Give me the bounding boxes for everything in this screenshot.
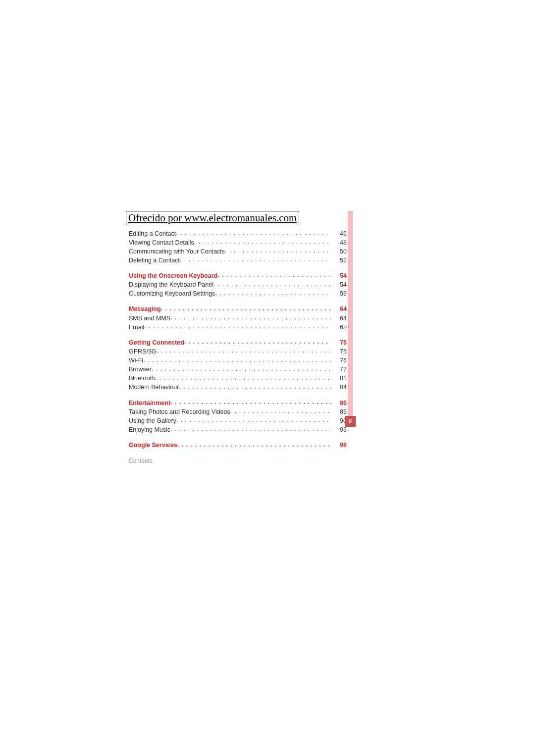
toc-item[interactable]: Enjoying Music93 <box>129 425 347 434</box>
toc-page-number: 64 <box>331 315 347 323</box>
toc-leader-dots <box>176 229 331 236</box>
toc-leader-dots <box>180 256 331 262</box>
toc-item[interactable]: Using the Gallery90 <box>129 416 347 425</box>
toc-label: Customizing Keyboard Settings <box>129 290 215 298</box>
toc-leader-dots <box>170 425 331 432</box>
toc-page-number: 64 <box>331 305 347 313</box>
toc-leader-dots <box>225 247 331 253</box>
toc-page-number: 68 <box>331 324 347 332</box>
toc-leader-dots <box>184 338 331 345</box>
toc-page-number: 54 <box>331 272 347 280</box>
toc-page-number: 93 <box>331 426 347 434</box>
table-of-contents: Editing a Contact46Viewing Contact Detai… <box>129 229 347 450</box>
toc-page-number: 54 <box>331 281 347 289</box>
toc-label: Email <box>129 324 144 332</box>
toc-item[interactable]: Viewing Contact Details48 <box>129 238 347 247</box>
toc-item[interactable]: Wi-Fi76 <box>129 356 347 365</box>
toc-page-number: 77 <box>331 366 347 374</box>
toc-label: Modem Behaviour <box>129 384 179 392</box>
toc-page-number: 84 <box>331 384 347 392</box>
footer-label: Contents <box>129 457 347 464</box>
side-stripe <box>348 211 353 427</box>
toc-leader-dots <box>177 441 331 448</box>
toc-chapter[interactable]: Getting Connected75 <box>129 338 347 347</box>
toc-item[interactable]: Modem Behaviour84 <box>129 383 347 392</box>
toc-item[interactable]: Editing a Contact46 <box>129 229 347 238</box>
toc-label: Browser <box>129 366 152 374</box>
toc-leader-dots <box>170 399 331 405</box>
source-link[interactable]: Ofrecido por www.electromanuales.com <box>126 211 299 225</box>
toc-label: Wi-Fi <box>129 357 143 365</box>
toc-leader-dots <box>143 356 331 363</box>
toc-item[interactable]: Taking Photos and Recording Videos86 <box>129 407 347 416</box>
toc-chapter[interactable]: Google Services98 <box>129 441 347 450</box>
toc-chapter[interactable]: Entertainment86 <box>129 399 347 407</box>
toc-page-number: 59 <box>331 290 347 298</box>
toc-chapter[interactable]: Messaging64 <box>129 305 347 313</box>
toc-page-number: 75 <box>331 339 347 347</box>
toc-page-number: 86 <box>331 400 347 407</box>
toc-leader-dots <box>194 238 331 245</box>
toc-leader-dots <box>155 374 331 381</box>
toc-label: Getting Connected <box>129 339 184 347</box>
toc-leader-dots <box>214 281 331 287</box>
toc-label: Communicating with Your Contacts <box>129 248 225 256</box>
toc-page-number: 81 <box>331 375 347 383</box>
toc-item[interactable]: SMS and MMS64 <box>129 314 347 322</box>
toc-item[interactable]: Deleting a Contact52 <box>129 256 347 264</box>
toc-page-number: 75 <box>331 348 347 356</box>
toc-leader-dots <box>152 365 331 372</box>
toc-page-number: 48 <box>331 239 347 247</box>
toc-page-number: 46 <box>331 230 347 238</box>
toc-label: Editing a Contact <box>129 230 176 238</box>
toc-page-number: 86 <box>331 408 347 416</box>
toc-label: Google Services <box>129 442 177 450</box>
toc-label: Enjoying Music <box>129 426 170 434</box>
toc-label: Using the Onscreen Keyboard <box>129 272 217 280</box>
toc-item[interactable]: GPRS/3G75 <box>129 347 347 355</box>
toc-leader-dots <box>176 416 331 423</box>
toc-label: Viewing Contact Details <box>129 239 194 247</box>
toc-item[interactable]: Customizing Keyboard Settings59 <box>129 290 347 298</box>
toc-chapter[interactable]: Using the Onscreen Keyboard54 <box>129 272 347 280</box>
toc-label: GPRS/3G <box>129 348 157 356</box>
toc-label: Displaying the Keyboard Panel <box>129 281 214 289</box>
toc-leader-dots <box>170 314 331 320</box>
toc-item[interactable]: Email68 <box>129 323 347 331</box>
toc-page-number: 98 <box>331 442 347 450</box>
toc-label: Messaging <box>129 305 161 313</box>
toc-label: Entertainment <box>129 400 170 407</box>
toc-page-number: 76 <box>331 357 347 365</box>
page-number-tab: ii <box>345 416 356 427</box>
toc-leader-dots <box>144 323 331 329</box>
toc-label: Bluetooth <box>129 375 155 383</box>
toc-label: Deleting a Contact <box>129 257 180 265</box>
toc-label: SMS and MMS <box>129 315 170 323</box>
toc-item[interactable]: Displaying the Keyboard Panel54 <box>129 281 347 289</box>
toc-item[interactable]: Bluetooth81 <box>129 374 347 383</box>
toc-leader-dots <box>157 347 331 353</box>
toc-page-number: 50 <box>331 248 347 256</box>
page-body: Ofrecido por www.electromanuales.com Edi… <box>129 211 347 464</box>
toc-label: Taking Photos and Recording Videos <box>129 408 230 416</box>
toc-item[interactable]: Browser77 <box>129 365 347 374</box>
toc-page-number: 52 <box>331 257 347 265</box>
toc-leader-dots <box>179 383 331 390</box>
toc-leader-dots <box>217 272 331 278</box>
toc-item[interactable]: Communicating with Your Contacts50 <box>129 247 347 255</box>
toc-leader-dots <box>161 305 331 311</box>
toc-leader-dots <box>230 407 331 414</box>
toc-label: Using the Gallery <box>129 417 176 425</box>
toc-leader-dots <box>215 290 331 296</box>
